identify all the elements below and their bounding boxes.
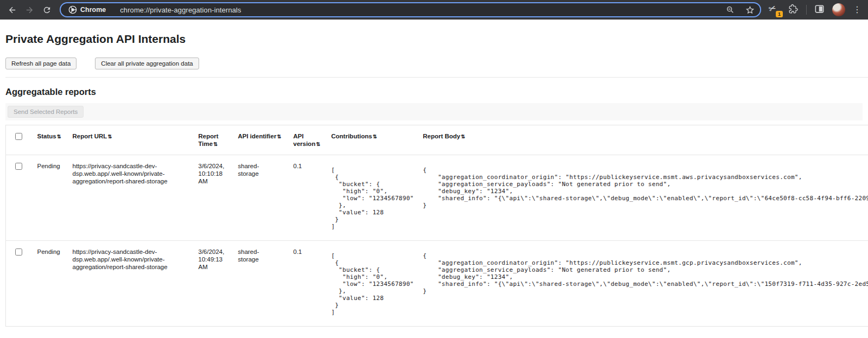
extensions-button[interactable] [788,4,799,16]
clear-all-button[interactable]: Clear all private aggregation data [95,58,199,69]
browser-toolbar: Chrome chrome://private-aggregation-inte… [0,0,868,20]
extension-badge: 1 [776,11,783,17]
reports-table-wrap: Status⇅ Report URL⇅ Report Time⇅ API ide… [5,125,863,327]
scissors-extension-button[interactable]: ✂ 1 [769,3,781,16]
report-body-json: { "aggregation_coordinator_origin": "htt… [423,167,868,209]
url-text[interactable]: chrome://private-aggregation-internals [120,6,241,14]
header-report-url[interactable]: Report URL⇅ [67,125,193,155]
url-bar[interactable]: Chrome chrome://private-aggregation-inte… [60,2,761,17]
forward-button[interactable] [22,2,37,17]
reload-icon [42,5,52,15]
cell-api-version: 0.1 [288,241,326,327]
cell-report-time: 3/6/2024, 10:10:18 AM [193,155,233,241]
cell-contributions: [ { "bucket": { "high": "0", "low": "123… [326,155,418,241]
cell-report-body: { "aggregation_coordinator_origin": "htt… [418,241,868,327]
row-checkbox[interactable] [15,163,22,170]
cell-report-body: { "aggregation_coordinator_origin": "htt… [418,155,868,241]
header-status[interactable]: Status⇅ [32,125,67,155]
sort-icon: ⇅ [57,133,61,139]
sort-icon: ⇅ [316,141,320,147]
header-contributions[interactable]: Contributions⇅ [326,125,418,155]
cell-report-time: 3/6/2024, 10:49:13 AM [193,241,233,327]
table-header-row: Status⇅ Report URL⇅ Report Time⇅ API ide… [6,125,868,155]
report-body-json: { "aggregation_coordinator_origin": "htt… [423,252,868,295]
bookmark-star-icon[interactable] [745,5,755,15]
side-panel-icon [814,4,825,14]
table-row: Pending https://privacy-sandcastle-dev-d… [6,155,868,241]
page-content: Private Aggregation API Internals Refres… [0,33,868,327]
reload-button[interactable] [39,2,54,17]
cell-report-url: https://privacy-sandcastle-dev-dsp.web.a… [67,241,193,327]
contributions-json: [ { "bucket": { "high": "0", "low": "123… [331,252,413,316]
send-selected-reports-button[interactable]: Send Selected Reports [8,106,84,118]
toolbar-separator [806,5,807,15]
page-actions: Refresh all page data Clear all private … [5,58,863,69]
sort-icon: ⇅ [277,133,281,139]
cell-status: Pending [32,241,67,327]
chrome-logo-icon [68,5,77,14]
refresh-all-button[interactable]: Refresh all page data [5,58,76,69]
header-api-identifier[interactable]: API identifier⇅ [233,125,288,155]
table-row: Pending https://privacy-sandcastle-dev-d… [6,241,868,327]
row-checkbox[interactable] [15,248,22,256]
cell-api-identifier: shared-storage [233,155,288,241]
back-arrow-icon [8,5,17,15]
zoom-out-icon[interactable] [726,5,735,14]
back-button[interactable] [4,2,20,17]
browser-menu-button[interactable]: ⋮ [853,5,861,14]
reports-table: Status⇅ Report URL⇅ Report Time⇅ API ide… [5,125,868,327]
reports-action-bar: Send Selected Reports [5,103,863,120]
origin-chip-label: Chrome [80,6,106,14]
sort-icon: ⇅ [107,133,112,139]
puzzle-icon [788,4,799,14]
sort-icon: ⇅ [213,141,218,147]
contributions-json: [ { "bucket": { "high": "0", "low": "123… [331,167,413,230]
header-api-version[interactable]: API version⇅ [288,125,326,155]
page-title: Private Aggregation API Internals [5,33,863,46]
cell-report-url: https://privacy-sandcastle-dev-dsp.web.a… [67,155,193,241]
toolbar-right-cluster: ✂ 1 ⋮ [769,3,864,16]
header-report-body[interactable]: Report Body⇅ [418,125,868,155]
cell-contributions: [ { "bucket": { "high": "0", "low": "123… [326,241,418,327]
profile-avatar[interactable] [832,3,845,16]
section-divider [5,77,868,78]
cell-api-version: 0.1 [288,155,326,241]
cell-api-identifier: shared-storage [233,241,288,327]
side-panel-button[interactable] [814,4,825,16]
cell-status: Pending [32,155,67,241]
sort-icon: ⇅ [373,133,377,139]
select-all-checkbox[interactable] [15,133,22,140]
header-report-time[interactable]: Report Time⇅ [193,125,233,155]
aggregatable-reports-heading: Aggregatable reports [5,87,863,97]
sort-icon: ⇅ [461,133,465,139]
forward-arrow-icon [25,5,34,15]
